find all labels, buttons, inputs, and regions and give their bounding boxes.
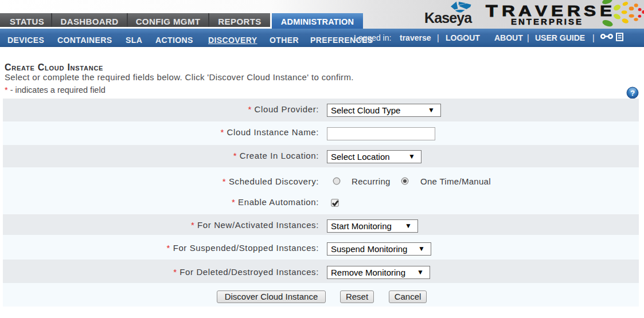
svg-text:?: ? bbox=[630, 89, 635, 97]
